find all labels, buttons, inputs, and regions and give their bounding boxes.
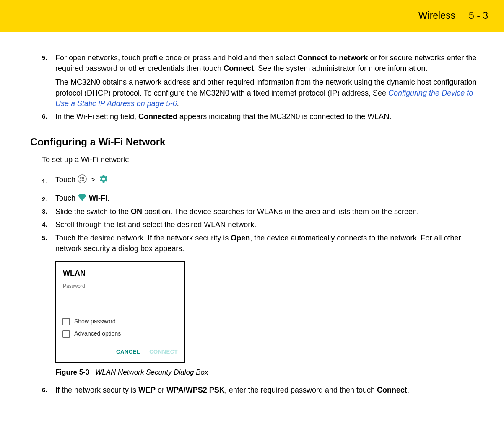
text: , enter the required password and then t… — [225, 386, 377, 394]
text: position. The device searches for WLANs … — [142, 207, 419, 216]
step-body: Touch the desired network. If the networ… — [55, 233, 487, 378]
svg-point-1 — [80, 177, 81, 178]
text: Touch the desired network. If the networ… — [55, 234, 231, 242]
text: Touch — [55, 176, 78, 184]
settings-gear-icon — [99, 174, 108, 186]
text: or — [156, 386, 166, 394]
header-chapter-page: Wireless 5 - 3 — [418, 10, 488, 21]
bold-wep: WEP — [138, 386, 156, 394]
password-input[interactable] — [63, 291, 178, 302]
bold-connected: Connected — [138, 112, 177, 121]
step-number: 6. — [42, 385, 55, 395]
cancel-button[interactable]: CANCEL — [116, 348, 140, 356]
bold-wifi: Wi-Fi — [89, 194, 107, 202]
text: . — [108, 176, 110, 184]
dialog-title: WLAN — [63, 268, 178, 279]
figure-number: Figure 5-3 — [55, 368, 89, 376]
step-6: 6. In the Wi-Fi setting field, Connected… — [42, 111, 487, 122]
text: appears indicating that the MC32N0 is co… — [177, 112, 391, 121]
step-body: If the network security is WEP or WPA/WP… — [55, 385, 487, 395]
text: . — [407, 386, 409, 394]
cfg-step-2: 2. Touch Wi-Fi. — [42, 193, 487, 204]
checkbox-label: Show password — [74, 318, 116, 326]
cfg-step-4: 4. Scroll through the list and select th… — [42, 220, 487, 230]
step-body: For open networks, touch profile once or… — [55, 53, 487, 109]
svg-point-2 — [82, 177, 83, 178]
step-number: 1. — [42, 176, 55, 185]
svg-point-6 — [83, 178, 84, 179]
text-cursor — [63, 292, 63, 299]
step-5: 5. For open networks, touch profile once… — [42, 53, 487, 109]
header-page: 5 - 3 — [469, 10, 488, 21]
dialog-buttons: CANCEL CONNECT — [63, 348, 178, 356]
bold-connect: Connect — [223, 64, 254, 72]
svg-point-7 — [80, 180, 81, 181]
cfg-step-5: 5. Touch the desired network. If the net… — [42, 233, 487, 378]
step5-para2: The MC32N0 obtains a network address and… — [55, 77, 487, 109]
password-label: Password — [63, 283, 178, 290]
svg-point-4 — [80, 178, 81, 179]
checkbox-icon — [62, 330, 70, 338]
page-header: Wireless 5 - 3 — [0, 0, 504, 32]
text: Slide the switch to the — [55, 207, 131, 216]
figure-title: WLAN Network Security Dialog Box — [95, 368, 208, 376]
bold-on: ON — [131, 207, 142, 216]
step-body: Scroll through the list and select the d… — [55, 220, 487, 230]
step-body: Touch > . — [55, 174, 487, 186]
bold-open: Open — [231, 234, 250, 242]
wifi-icon — [78, 194, 87, 204]
svg-point-9 — [83, 180, 84, 181]
text: . — [177, 99, 179, 108]
step-number: 2. — [42, 194, 55, 203]
figure-caption: Figure 5-3WLAN Network Security Dialog B… — [55, 367, 487, 377]
svg-point-8 — [82, 180, 83, 181]
section-heading: Configuring a Wi-Fi Network — [30, 136, 487, 148]
bold-wpa: WPA/WPS2 PSK — [166, 386, 225, 394]
cfg-step-1: 1. Touch > . — [42, 174, 487, 186]
svg-point-5 — [82, 178, 83, 179]
connect-button[interactable]: CONNECT — [149, 348, 178, 356]
page-content: 5. For open networks, touch profile once… — [0, 32, 504, 395]
advanced-options-checkbox[interactable]: Advanced options — [62, 330, 178, 338]
checkbox-label: Advanced options — [74, 330, 121, 338]
cfg-step-6: 6. If the network security is WEP or WPA… — [42, 385, 487, 395]
text: . — [107, 194, 109, 202]
step-body: Touch Wi-Fi. — [55, 193, 487, 204]
text: In the Wi-Fi setting field, — [55, 112, 138, 121]
show-password-checkbox[interactable]: Show password — [62, 318, 178, 326]
greater-than: > — [91, 176, 95, 184]
text: . See the system administrator for more … — [254, 64, 427, 72]
step-body: In the Wi-Fi setting field, Connected ap… — [55, 111, 487, 122]
text: For open networks, touch profile once or… — [55, 54, 297, 62]
bold-connect: Connect — [377, 386, 407, 394]
step-number: 5. — [42, 53, 55, 109]
checkbox-icon — [62, 318, 70, 325]
cfg-step-3: 3. Slide the switch to the ON position. … — [42, 207, 487, 217]
text: If the network security is — [55, 386, 138, 394]
header-chapter: Wireless — [418, 10, 455, 21]
step-number: 4. — [42, 220, 55, 230]
step-number: 3. — [42, 207, 55, 217]
intro-text: To set up a Wi-Fi network: — [42, 155, 487, 164]
wlan-security-dialog: WLAN Password Show password Advanced opt… — [55, 261, 185, 363]
text: Touch — [55, 194, 78, 202]
svg-point-3 — [83, 177, 84, 178]
step-number: 6. — [42, 111, 55, 122]
apps-grid-icon — [78, 174, 87, 186]
bold-connect-to-network: Connect to network — [297, 54, 368, 62]
step-body: Slide the switch to the ON position. The… — [55, 207, 487, 217]
step-number: 5. — [42, 233, 55, 378]
